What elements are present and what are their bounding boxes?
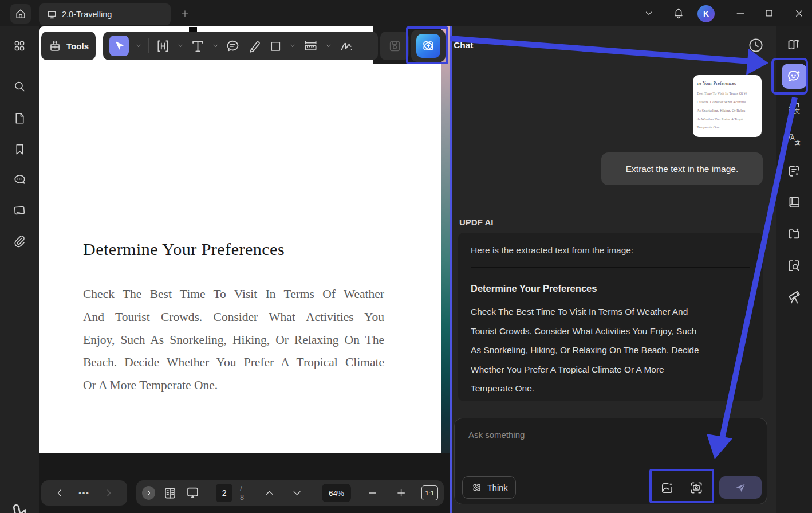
new-tab-plus-icon xyxy=(180,9,190,19)
page-total-label: / 8 xyxy=(240,484,248,502)
shape-square-icon[interactable] xyxy=(269,39,283,53)
document-tab[interactable]: 2.0-Travelling xyxy=(39,3,171,25)
sidebar-bookmarks-button[interactable] xyxy=(8,138,31,160)
ai-read-book-icon xyxy=(786,37,802,53)
sidebar-slides-button[interactable] xyxy=(8,199,31,222)
page-down-chevron-icon[interactable] xyxy=(291,487,303,499)
text-icon[interactable] xyxy=(190,38,206,54)
thumbnail-panel-icon[interactable] xyxy=(163,485,178,501)
send-button[interactable] xyxy=(719,476,762,499)
new-tab-button[interactable] xyxy=(179,7,191,20)
tab-monitor-icon xyxy=(47,10,57,19)
zoom-in-plus-icon[interactable] xyxy=(395,487,407,499)
doc-search-button[interactable] xyxy=(782,253,807,278)
text-chevron-icon[interactable] xyxy=(212,42,219,49)
signature-icon[interactable] xyxy=(338,38,354,54)
actual-size-button[interactable]: 1:1 xyxy=(421,485,438,500)
highlighter-icon[interactable] xyxy=(247,38,262,54)
close-icon xyxy=(794,8,805,19)
sidebar-comments-button[interactable] xyxy=(8,168,31,191)
updf-window: 2.0-Travelling K xyxy=(0,0,812,513)
sidebar-search-button[interactable] xyxy=(8,75,31,98)
bell-icon xyxy=(672,7,685,19)
document-paragraph: Check The Best Time To Visit In Terms Of… xyxy=(83,283,384,397)
translate-doc-button[interactable]: A 文 xyxy=(782,127,807,152)
page-number-input[interactable]: 2 xyxy=(216,484,232,502)
updf-logo-icon xyxy=(8,500,31,513)
minimize-icon xyxy=(735,7,746,19)
prev-page-chevron-icon[interactable] xyxy=(54,487,65,499)
apps-grid-icon xyxy=(13,39,26,53)
expand-toolbar-button[interactable] xyxy=(142,486,155,500)
maximize-button[interactable] xyxy=(759,4,779,22)
comment-icon[interactable] xyxy=(225,38,241,54)
more-pages-button[interactable]: ••• xyxy=(78,489,90,498)
user-image-attachment[interactable]: ne Your Preferences Best Time To Visit I… xyxy=(693,75,762,137)
tools-menu-button[interactable]: Tools xyxy=(41,32,96,60)
save-icon[interactable] xyxy=(388,39,402,53)
svg-text:文: 文 xyxy=(794,108,801,115)
think-label: Think xyxy=(487,483,507,492)
slide-icon xyxy=(13,203,26,217)
ai-sender-label: UPDF AI xyxy=(459,217,493,227)
select-tool-button[interactable] xyxy=(109,36,129,56)
chat-panel-title: Chat xyxy=(454,40,473,50)
zoom-out-minus-icon[interactable] xyxy=(366,487,379,499)
titlebar-dropdown-button[interactable] xyxy=(639,4,659,22)
user-message-bubble: Extract the text in the image. xyxy=(601,152,763,185)
document-line: Check The Best Time To Visit In Terms Of… xyxy=(83,283,384,306)
svg-text:文: 文 xyxy=(795,139,801,145)
updf-logo-button[interactable] xyxy=(8,500,31,513)
toolbox-icon xyxy=(48,39,62,53)
ai-files-button[interactable] xyxy=(782,221,807,246)
bookmark-icon xyxy=(13,143,26,156)
home-button[interactable] xyxy=(10,4,31,24)
present-icon[interactable] xyxy=(185,485,200,501)
expand-circle-chevron-icon xyxy=(145,489,153,497)
page-up-chevron-icon[interactable] xyxy=(263,487,275,499)
left-sidebar xyxy=(0,26,39,513)
home-icon xyxy=(14,7,27,20)
translate-doc-icon: A 文 xyxy=(786,132,802,147)
measure-icon[interactable] xyxy=(302,38,319,54)
think-atom-icon xyxy=(471,481,483,494)
chat-input-field[interactable] xyxy=(455,418,767,470)
next-page-chevron-icon[interactable] xyxy=(103,487,115,499)
translate-button[interactable]: A 文 xyxy=(782,95,807,120)
save-group xyxy=(380,32,409,60)
avatar[interactable]: K xyxy=(697,5,715,22)
view-pill: 2 / 8 64% 1:1 xyxy=(136,480,444,506)
nav-pill: ••• xyxy=(41,480,127,506)
explore-button[interactable] xyxy=(782,284,807,310)
shape-chevron-icon[interactable] xyxy=(289,42,296,49)
document-line: Enjoy, Such As Snorkeling, Hiking, Or Re… xyxy=(83,329,384,352)
cursor-icon xyxy=(113,40,125,52)
measure-chevron-icon[interactable] xyxy=(325,42,332,49)
svg-text:A: A xyxy=(789,101,794,110)
ai-summarize-button[interactable] xyxy=(782,158,807,183)
thumbnail-text: ne Your Preferences xyxy=(697,80,758,86)
dropdown-chevron-icon xyxy=(644,8,654,18)
select-tool-chevron-icon[interactable] xyxy=(135,42,142,49)
tab-title: 2.0-Travelling xyxy=(62,10,112,19)
toolbar-separator xyxy=(148,38,149,53)
ai-toolbar-highlight-box xyxy=(406,26,448,64)
ai-read-button[interactable] xyxy=(782,32,807,57)
notifications-button[interactable] xyxy=(669,4,688,22)
think-mode-button[interactable]: Think xyxy=(462,476,516,499)
sidebar-divider xyxy=(11,61,28,61)
edit-heading-icon[interactable] xyxy=(155,38,171,54)
edit-chevron-icon[interactable] xyxy=(177,42,184,49)
minimize-button[interactable] xyxy=(731,4,750,22)
sidebar-pages-button[interactable] xyxy=(8,107,31,130)
sidebar-attachments-button[interactable] xyxy=(8,230,31,253)
chat-history-button[interactable] xyxy=(747,36,765,54)
history-clock-icon xyxy=(747,37,764,54)
zoom-level-input[interactable]: 64% xyxy=(322,484,350,502)
paperclip-icon xyxy=(13,234,26,248)
sidebar-apps-button[interactable] xyxy=(8,34,31,57)
reader-mode-button[interactable] xyxy=(782,190,807,215)
close-button[interactable] xyxy=(789,4,809,22)
statusbar-separator xyxy=(314,485,314,500)
ai-panel-gradient-edge xyxy=(441,26,450,453)
